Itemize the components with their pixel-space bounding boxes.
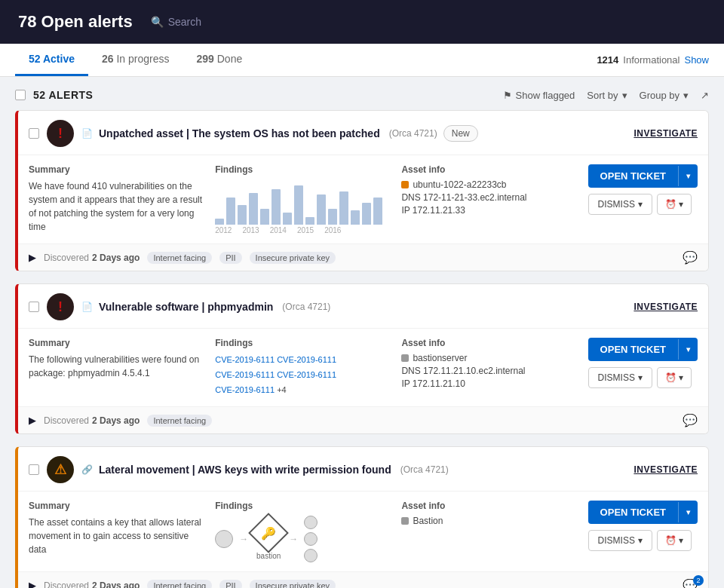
asset-section-2: Asset info bastionserver DNS 172.11.21.1… (401, 338, 575, 397)
alert-card-3: ⚠ 🔗 Lateral movement | AWS keys with wri… (15, 446, 709, 588)
open-ticket-button-2[interactable]: OPEN TICKET ▾ (588, 338, 698, 361)
alert-card-2: ! 📄 Vulnerable software | phpmyadmin (Or… (15, 283, 709, 434)
chat-icon-1[interactable]: 💬 (683, 251, 698, 264)
summary-section-1: Summary We have found 410 vulnerabilitie… (29, 164, 203, 234)
chart-bar (272, 189, 281, 225)
alert-checkbox-3[interactable] (29, 464, 39, 475)
tag-insecure-key-3[interactable]: Insecure private key (250, 580, 336, 588)
lm-arrow-2: → (289, 534, 298, 544)
dismiss-row-1: DISMISS ▾ ⏰ ▾ (588, 194, 698, 215)
tag-pii-1[interactable]: PII (219, 252, 241, 264)
asset-dns-1: DNS 172-11-21-33.ec2.internal (401, 192, 575, 203)
dismiss-chevron-3: ▾ (638, 535, 643, 546)
alert-orca-id-2: (Orca 4721) (282, 302, 330, 312)
severity-icon-2: ! (47, 293, 74, 320)
alert-checkbox-1[interactable] (29, 128, 39, 139)
alert-body-3: Summary The asset contains a key that al… (18, 492, 708, 571)
chat-wrap-3: 💬 2 (683, 578, 698, 588)
header: 78 Open alerts 🔍 Search (0, 0, 724, 44)
investigate-link-3[interactable]: INVESTIGATE (634, 464, 698, 475)
chat-icon-3[interactable]: 💬 2 (683, 578, 698, 588)
alerts-count-label: 52 ALERTS (33, 89, 93, 101)
chart-years-1: 2012 2013 2014 2015 2016 (215, 226, 389, 234)
sort-by-button[interactable]: Sort by ▾ (587, 90, 627, 101)
open-ticket-arrow-1[interactable]: ▾ (678, 166, 698, 186)
chart-bar (226, 198, 235, 225)
alert-footer-1: ▶ Discovered 2 Days ago Internet facing … (18, 243, 708, 271)
status-badge-1: New (443, 125, 478, 142)
tag-internet-facing-1[interactable]: Internet facing (147, 252, 212, 264)
dismiss-button-1[interactable]: DISMISS ▾ (588, 194, 652, 215)
dismiss-button-3[interactable]: DISMISS ▾ (588, 530, 652, 551)
toolbar-actions: ⚑ Show flagged Sort by ▾ Group by ▾ ↗ (503, 90, 709, 101)
alert-footer-left-1: ▶ Discovered 2 Days ago Internet facing … (29, 252, 336, 264)
page-title: 78 Open alerts (18, 12, 133, 32)
lateral-diagram-3: → 🔑 bastion → (215, 516, 389, 562)
asset-name-2: bastionserver (401, 353, 575, 363)
chat-wrap-2: 💬 (683, 413, 698, 427)
asset-section-3: Asset info Bastion (401, 501, 575, 562)
action-buttons-2: OPEN TICKET ▾ DISMISS ▾ ⏰ ▾ (588, 338, 698, 397)
tag-pii-3[interactable]: PII (219, 580, 241, 588)
group-by-button[interactable]: Group by ▾ (640, 90, 689, 101)
search-box[interactable]: 🔍 Search (151, 16, 201, 28)
show-flagged-button[interactable]: ⚑ Show flagged (503, 90, 575, 101)
open-ticket-arrow-2[interactable]: ▾ (678, 339, 698, 360)
asset-dot-3 (401, 517, 409, 525)
asset-dot-1 (401, 181, 409, 188)
dismiss-chevron-2: ▾ (638, 372, 643, 383)
alert-footer-3: ▶ Discovered 2 Days ago Internet facing … (18, 571, 708, 588)
discovered-text-1: Discovered 2 Days ago (44, 253, 140, 263)
open-ticket-button-1[interactable]: OPEN TICKET ▾ (588, 164, 698, 188)
tab-active[interactable]: 52 Active (15, 44, 88, 76)
toolbar-left: 52 ALERTS (15, 89, 93, 101)
select-all-checkbox[interactable] (15, 90, 26, 100)
tag-internet-facing-3[interactable]: Internet facing (147, 580, 212, 588)
lm-node-r1 (304, 516, 318, 529)
key-icon: 🔑 (261, 525, 276, 540)
expand-icon-1[interactable]: ▶ (29, 252, 36, 263)
search-label: Search (168, 16, 201, 28)
dismiss-row-2: DISMISS ▾ ⏰ ▾ (588, 367, 698, 388)
severity-icon-3: ⚠ (47, 456, 74, 483)
expand-icon-3[interactable]: ▶ (29, 580, 36, 588)
lm-node-r3 (304, 549, 318, 562)
chat-icon-2[interactable]: 💬 (683, 414, 698, 427)
findings-section-1: Findings 2012 2013 2014 2015 2016 (215, 164, 389, 234)
alert-card-1: ! 📄 Unpatched asset | The system OS has … (15, 110, 709, 271)
chart-bar (328, 209, 337, 225)
snooze-button-3[interactable]: ⏰ ▾ (657, 530, 692, 551)
alert-title-2: Vulnerable software | phpmyadmin (99, 301, 273, 313)
chart-bar (249, 193, 258, 225)
tag-internet-facing-2[interactable]: Internet facing (147, 415, 212, 427)
mini-chart-1 (215, 179, 389, 225)
open-ticket-button-3[interactable]: OPEN TICKET ▾ (588, 501, 698, 524)
lm-right-nodes (304, 516, 318, 562)
chart-bar (362, 203, 371, 225)
findings-chart-1: 2012 2013 2014 2015 2016 (215, 179, 389, 234)
snooze-button-2[interactable]: ⏰ ▾ (657, 367, 692, 388)
investigate-link-1[interactable]: INVESTIGATE (634, 128, 698, 139)
action-buttons-3: OPEN TICKET ▾ DISMISS ▾ ⏰ ▾ (588, 501, 698, 562)
alert-category-2: 📄 (81, 302, 93, 312)
chart-bar (238, 205, 247, 225)
tab-in-progress[interactable]: 26 In progress (88, 44, 183, 76)
show-informational-link[interactable]: Show (684, 54, 709, 66)
snooze-button-1[interactable]: ⏰ ▾ (657, 194, 692, 215)
chart-bar (351, 210, 360, 225)
open-ticket-arrow-3[interactable]: ▾ (678, 502, 698, 522)
alert-header-left-2: ! 📄 Vulnerable software | phpmyadmin (Or… (29, 293, 330, 320)
alert-header-left-3: ⚠ 🔗 Lateral movement | AWS keys with wri… (29, 456, 449, 483)
tag-insecure-key-1[interactable]: Insecure private key (250, 252, 336, 264)
findings-cves-2: CVE-2019-6111 CVE-2019-6111 CVE-2019-611… (215, 353, 389, 397)
dismiss-button-2[interactable]: DISMISS ▾ (588, 367, 652, 388)
asset-dns-2: DNS 172.11.21.10.ec2.internal (401, 366, 575, 376)
alert-title-1: Unpatched asset | The system OS has not … (99, 127, 380, 139)
alert-body-1: Summary We have found 410 vulnerabilitie… (18, 155, 708, 243)
tab-done[interactable]: 299 Done (183, 44, 256, 76)
expand-icon-2[interactable]: ▶ (29, 415, 36, 426)
alert-checkbox-2[interactable] (29, 302, 39, 312)
investigate-link-2[interactable]: INVESTIGATE (634, 302, 698, 312)
export-button[interactable]: ↗ (701, 90, 709, 101)
lm-node-left (215, 530, 233, 548)
